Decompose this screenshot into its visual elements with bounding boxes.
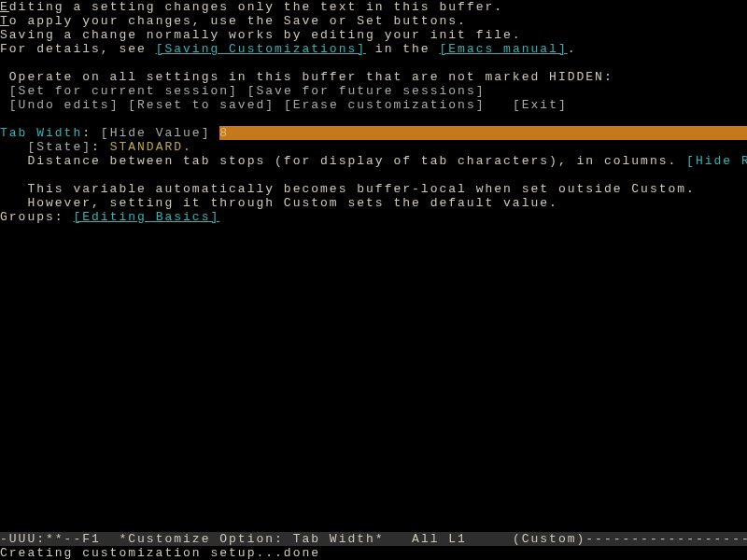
modeline-buffer-name: *Customize Option: Tab Width*: [119, 532, 384, 546]
custom-buffer: Editing a setting changes only the text …: [0, 0, 747, 224]
help-line4c: .: [568, 42, 577, 56]
operate-heading: Operate on all settings in this buffer t…: [0, 70, 613, 84]
desc-line3: However, setting it through Custom sets …: [0, 196, 558, 210]
help-line4a: For details, see: [0, 42, 156, 56]
help-line3: Saving a change normally works by editin…: [0, 28, 522, 42]
reset-button[interactable]: [Reset to saved]: [128, 98, 275, 112]
groups-label: Groups:: [0, 210, 73, 224]
modeline-fill: ------------------------------: [585, 532, 747, 546]
desc-line1: Distance between tab stops (for display …: [0, 154, 686, 168]
option-label: Tab Width: [0, 126, 82, 140]
set-button[interactable]: [Set for current session]: [9, 84, 238, 98]
group-link-editing-basics[interactable]: [Editing Basics]: [73, 210, 219, 224]
hide-value-button[interactable]: [Hide Value]: [101, 126, 211, 140]
modeline-mode: (Custom): [503, 532, 585, 546]
link-emacs-manual[interactable]: [Emacs manual]: [439, 42, 567, 56]
help-line1-first: E: [0, 0, 9, 14]
hide-rest-button[interactable]: [Hide Rest]: [686, 154, 747, 168]
save-button[interactable]: [Save for future sessions]: [247, 84, 486, 98]
help-line4b: in the: [366, 42, 439, 56]
state-value: STANDARD.: [110, 140, 192, 154]
mode-line: -UUU:**--F1 *Customize Option: Tab Width…: [0, 532, 747, 546]
erase-button[interactable]: [Erase customizations]: [284, 98, 486, 112]
exit-button[interactable]: [Exit]: [513, 98, 568, 112]
echo-area: Creating customization setup...done: [0, 546, 747, 560]
help-line2: o apply your changes, use the Save or Se…: [9, 14, 467, 28]
link-saving-customizations[interactable]: [Saving Customizations]: [156, 42, 366, 56]
desc-line2: This variable automatically becomes buff…: [0, 182, 696, 196]
value-row: Tab Width: [Hide Value] 8: [0, 126, 747, 140]
modeline-position: All L1: [385, 532, 503, 546]
help-line2-first: T: [0, 14, 9, 28]
state-button[interactable]: [State]: [0, 140, 92, 154]
help-line1: diting a setting changes only the text i…: [9, 0, 503, 14]
modeline-status: -UUU:**--F1: [0, 532, 119, 546]
tab-width-value[interactable]: 8: [219, 126, 229, 140]
undo-button[interactable]: [Undo edits]: [9, 98, 120, 112]
